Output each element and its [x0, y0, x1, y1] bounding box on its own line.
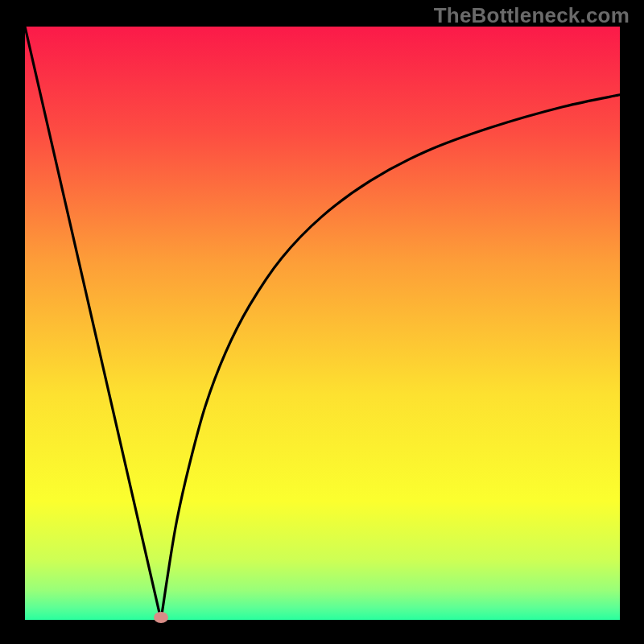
bottleneck-chart — [0, 0, 644, 644]
chart-frame: { "watermark": "TheBottleneck.com", "cha… — [0, 0, 644, 644]
optimum-marker — [154, 612, 168, 623]
watermark-text: TheBottleneck.com — [434, 3, 630, 28]
